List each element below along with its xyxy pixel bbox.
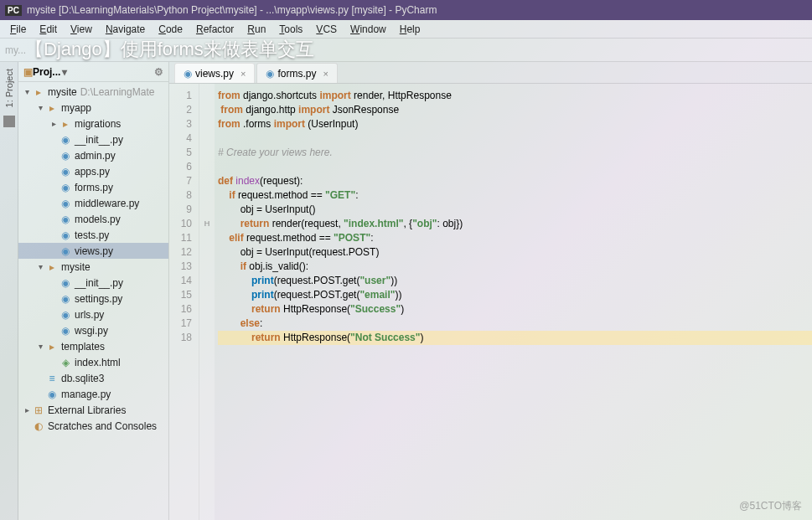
menu-tools[interactable]: Tools bbox=[272, 22, 309, 37]
editor-tabs: ◉views.py×◉forms.py× bbox=[169, 62, 812, 84]
tree-label: admin.py bbox=[75, 150, 116, 162]
tree-item-models-py[interactable]: ◉models.py bbox=[18, 211, 168, 227]
tree-label: db.sqlite3 bbox=[61, 373, 104, 384]
close-icon[interactable]: × bbox=[323, 69, 328, 79]
tree-item-__init__-py[interactable]: ◉__init__.py bbox=[18, 131, 168, 147]
py-icon: ◉ bbox=[59, 134, 72, 146]
tree-item-admin-py[interactable]: ◉admin.py bbox=[18, 147, 168, 163]
tree-item-scratches-and-consoles[interactable]: ◐Scratches and Consoles bbox=[18, 418, 168, 434]
tree-item-settings-py[interactable]: ◉settings.py bbox=[18, 291, 168, 306]
tree-label: index.html bbox=[75, 357, 121, 368]
tab-views-py[interactable]: ◉views.py× bbox=[174, 63, 255, 83]
breadcrumb-item[interactable]: my... bbox=[5, 44, 26, 56]
tree-item-manage-py[interactable]: ◉manage.py bbox=[18, 386, 168, 402]
html-icon: ◈ bbox=[59, 357, 72, 368]
tree-item-templates[interactable]: ▾▸templates bbox=[18, 338, 168, 354]
tree-item-__init__-py[interactable]: ◉__init__.py bbox=[18, 275, 168, 291]
tree-label: tests.py bbox=[75, 229, 109, 241]
chevron-icon[interactable]: ▾ bbox=[35, 262, 45, 271]
chevron-icon[interactable]: ▸ bbox=[22, 405, 32, 414]
tree-label: urls.py bbox=[75, 309, 104, 321]
tree-label: Scratches and Consoles bbox=[48, 420, 157, 432]
py-icon: ◉ bbox=[59, 293, 72, 305]
project-tool-button[interactable]: 1: Project bbox=[4, 65, 14, 111]
scratch-icon: ◐ bbox=[32, 420, 45, 432]
menu-edit[interactable]: Edit bbox=[33, 22, 64, 37]
project-tree[interactable]: ▾▸mysiteD:\LearningMate▾▸myapp▸▸migratio… bbox=[18, 82, 168, 520]
folder-icon: ▸ bbox=[45, 102, 59, 114]
window-title: mysite [D:\LearningMaterials\Python Proj… bbox=[27, 4, 437, 16]
tree-label: wsgi.py bbox=[75, 325, 108, 337]
tree-item-migrations[interactable]: ▸▸migrations bbox=[18, 116, 168, 131]
menu-help[interactable]: Help bbox=[393, 22, 427, 37]
code-editor[interactable]: 123456789101112131415161718 H from djang… bbox=[169, 84, 812, 520]
tree-item-mysite[interactable]: ▾▸mysite bbox=[18, 259, 168, 275]
window-titlebar: PC mysite [D:\LearningMaterials\Python P… bbox=[0, 0, 812, 20]
tab-label: forms.py bbox=[277, 68, 316, 80]
project-sidebar: ▣ Proj... ▾ ⚙ ▾▸mysiteD:\LearningMate▾▸m… bbox=[18, 62, 169, 520]
py-icon: ◉ bbox=[59, 166, 72, 178]
chevron-icon[interactable]: ▾ bbox=[35, 103, 45, 112]
py-icon: ◉ bbox=[59, 150, 72, 162]
tree-item-tests-py[interactable]: ◉tests.py bbox=[18, 227, 168, 243]
close-icon[interactable]: × bbox=[240, 69, 246, 79]
menu-run[interactable]: Run bbox=[240, 22, 272, 37]
tree-label: myapp bbox=[61, 102, 91, 114]
structure-tool-icon[interactable] bbox=[3, 116, 15, 127]
sidebar-header[interactable]: ▣ Proj... ▾ ⚙ bbox=[18, 62, 168, 82]
py-icon: ◉ bbox=[59, 309, 72, 321]
tree-item-mysite[interactable]: ▾▸mysiteD:\LearningMate bbox=[18, 84, 168, 100]
tree-item-apps-py[interactable]: ◉apps.py bbox=[18, 163, 168, 179]
tree-label: views.py bbox=[75, 245, 113, 257]
menu-vcs[interactable]: VCS bbox=[309, 22, 344, 37]
tree-item-forms-py[interactable]: ◉forms.py bbox=[18, 179, 168, 195]
code-text-area[interactable]: from django.shortcuts import render, Htt… bbox=[215, 84, 812, 520]
tree-item-wsgi-py[interactable]: ◉wsgi.py bbox=[18, 322, 168, 338]
tree-item-middleware-py[interactable]: ◉middleware.py bbox=[18, 195, 168, 211]
app-icon: PC bbox=[5, 5, 22, 16]
py-icon: ◉ bbox=[59, 198, 72, 209]
chevron-icon[interactable]: ▾ bbox=[35, 342, 45, 351]
chevron-down-icon[interactable]: ▾ bbox=[62, 66, 67, 78]
py-icon: ◉ bbox=[59, 277, 72, 289]
py-icon: ◉ bbox=[59, 245, 72, 257]
py-icon: ◉ bbox=[59, 229, 72, 241]
lib-icon: ⊞ bbox=[32, 404, 45, 416]
db-icon: ≡ bbox=[45, 373, 59, 384]
tree-label: models.py bbox=[75, 214, 121, 225]
tab-forms-py[interactable]: ◉forms.py× bbox=[256, 63, 337, 83]
tree-item-external-libraries[interactable]: ▸⊞External Libraries bbox=[18, 402, 168, 418]
folder-icon: ▸ bbox=[45, 261, 59, 273]
tree-label: migrations bbox=[75, 118, 121, 130]
menu-window[interactable]: Window bbox=[344, 22, 393, 37]
menu-view[interactable]: View bbox=[64, 22, 99, 37]
video-overlay-title: 【Django】使用forms来做表单交互 bbox=[25, 37, 314, 62]
chevron-icon[interactable]: ▸ bbox=[49, 119, 59, 128]
tree-label: middleware.py bbox=[75, 198, 139, 209]
tree-label: templates bbox=[61, 341, 105, 353]
tree-label: __init__.py bbox=[75, 134, 123, 146]
py-icon: ◉ bbox=[59, 214, 72, 225]
py-icon: ◉ bbox=[266, 68, 274, 80]
tree-item-myapp[interactable]: ▾▸myapp bbox=[18, 100, 168, 116]
menu-code[interactable]: Code bbox=[152, 22, 189, 37]
tree-label: settings.py bbox=[75, 293, 122, 305]
tree-item-views-py[interactable]: ◉views.py bbox=[18, 243, 168, 259]
tree-label: apps.py bbox=[75, 166, 110, 178]
tree-suffix: D:\LearningMate bbox=[80, 86, 155, 98]
tree-item-index-html[interactable]: ◈index.html bbox=[18, 354, 168, 370]
py-icon: ◉ bbox=[45, 389, 59, 400]
folder-icon: ▸ bbox=[32, 86, 45, 98]
watermark: @51CTO博客 bbox=[739, 499, 802, 513]
chevron-icon[interactable]: ▾ bbox=[22, 87, 32, 96]
menu-file[interactable]: File bbox=[3, 22, 33, 37]
tree-label: External Libraries bbox=[48, 404, 126, 416]
folder-icon: ▣ bbox=[23, 66, 33, 78]
gear-icon[interactable]: ⚙ bbox=[154, 66, 163, 78]
menu-refactor[interactable]: Refactor bbox=[189, 22, 240, 37]
tab-label: views.py bbox=[195, 68, 234, 80]
py-icon: ◉ bbox=[184, 68, 192, 80]
tree-item-urls-py[interactable]: ◉urls.py bbox=[18, 306, 168, 322]
menu-navigate[interactable]: Navigate bbox=[99, 22, 152, 37]
tree-item-db-sqlite3[interactable]: ≡db.sqlite3 bbox=[18, 370, 168, 386]
